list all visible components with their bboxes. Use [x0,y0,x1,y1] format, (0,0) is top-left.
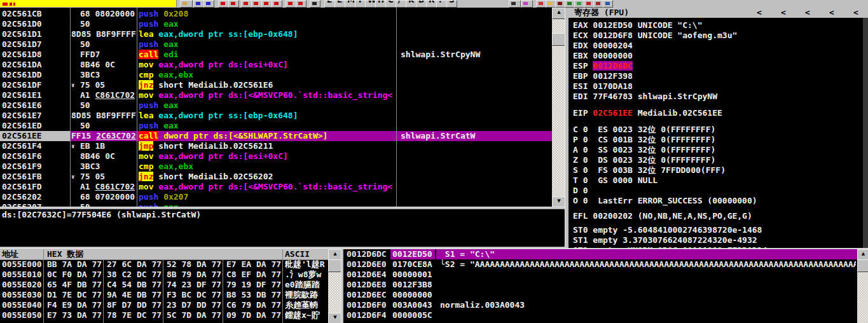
dump-row[interactable]: 0055E030D1 7E DC 779A 4E DB 77F3 BC DC 7… [0,290,328,300]
register-line[interactable]: Z 0 DS 0023 32位 0(FFFFFFFF) [573,155,715,165]
toolbar-letter-button[interactable]: S [446,0,457,8]
toolbar-icon-button[interactable] [565,0,575,8]
toolbar-icon-button[interactable] [286,0,296,8]
toolbar-icon-button[interactable] [261,0,272,8]
disasm-row[interactable]: 02C561DF∨75 05jnz short MediaLib.02C561E… [0,80,552,90]
stack-row[interactable]: 0012D6E00170CE8A└S2 = "AAAAAAAAAAAAAAAAA… [343,259,857,270]
toolbar-icon-button[interactable] [193,0,204,8]
register-line[interactable]: O 0 LastErr ERROR_SUCCESS (00000000) [573,196,757,206]
stack-row[interactable]: 0012D6DC0012ED50 S1 = "C:\" [343,249,857,259]
toolbar-icon-button[interactable] [241,0,252,8]
disasm-row[interactable]: 02C561ED50push eax [0,121,552,131]
register-line[interactable]: EBX 00000000 [573,51,633,61]
disasm-row[interactable]: 02C561FB∨75 05jnz short MediaLib.02C5620… [0,172,552,182]
column-separator[interactable] [396,8,397,207]
toolbar-letter-button[interactable]: H [375,0,386,8]
toolbar-letter-button[interactable]: W [365,0,376,8]
registers-collapse-chevron[interactable]: < [781,8,786,18]
toolbar-icon-button[interactable] [251,0,262,8]
disasm-row[interactable]: 02C5620750push eax [0,202,552,207]
register-line[interactable]: ECX 0012D6F8 UNICODE "aofeng.m3u" [573,31,737,41]
dump-row[interactable]: 0055E0100C F0 DA 7738 C2 DC 778B 79 DA 7… [0,270,328,280]
scrollbar-thumb[interactable] [552,33,565,46]
disasm-row[interactable]: 02C561E650push eax [0,100,552,111]
toolbar-icon-button[interactable] [521,0,533,8]
dump-row[interactable]: 0055E040F4 E9 DA 778F D7 DD 7723 D7 DD 7… [0,300,328,310]
register-line[interactable]: ST1 empty 3.3703076624087224320e-4932 [573,235,757,245]
register-line[interactable]: S 0 FS 003B 32位 7FFDD000(FFF) [573,165,726,175]
disasm-row[interactable]: 02C561F4∨EB 1Bjmp short MediaLib.02C5621… [0,141,552,151]
toolbar-letter-button[interactable]: T [355,0,366,8]
scrollbar-thumb[interactable] [328,259,342,272]
toolbar-icon-button[interactable] [272,0,282,8]
stack-row[interactable]: 0012D6EC00000000 [343,290,857,300]
disasm-row[interactable]: 02C561CB68 08020000push 0x208 [0,9,552,19]
stack-row[interactable]: 0012D6F0003A0043normaliz.003A0043 [343,300,857,310]
toolbar-icon-button[interactable] [593,0,603,8]
toolbar-letter-button[interactable]: E [334,0,345,8]
toolbar-icon-button[interactable] [555,0,565,8]
toolbar-letter-button[interactable]: K [406,0,417,8]
register-line[interactable]: EDX 00000204 [573,41,633,51]
toolbar-icon-button[interactable] [546,0,556,8]
registers-collapse-chevron[interactable]: < [829,8,834,18]
scroll-up-button[interactable]: ▲ [552,8,565,19]
registers-scroll-strip[interactable] [863,18,868,248]
dump-row[interactable]: 0055E050E7 73 DA 7778 7E DC 775C 7D DA 7… [0,310,328,320]
register-line[interactable]: EIP 02C561EE MediaLib.02C561EE [573,108,722,118]
disasm-row[interactable]: 02C561FDA1 C861C702mov eax,dword ptr ds:… [0,182,552,192]
disasm-row[interactable]: 02C561F93BC3cmp eax,ebx [0,162,552,172]
dump-row[interactable]: 0055E02065 4F DB 77C4 54 DB 7774 23 DF 7… [0,280,328,290]
toolbar-letter-button[interactable]: B [416,0,427,8]
register-line[interactable]: C 0 ES 0023 32位 0(FFFFFFFF) [573,125,715,135]
disasm-row[interactable]: 02C561F68B46 0Cmov eax,dword ptr ds:[esi… [0,151,552,162]
toolbar-icon-button[interactable] [180,0,193,8]
registers-collapse-chevron[interactable]: < [805,8,810,18]
disasm-row[interactable]: 02C561D050push eax [0,19,552,29]
disasm-row[interactable]: 02C561EEFF15 2C63C702call dword ptr ds:[… [0,131,552,141]
toolbar-icon-button[interactable] [536,0,546,8]
register-line[interactable]: EFL 00200202 (NO,NB,NE,A,NS,PO,GE,G) [573,211,752,221]
stack-row[interactable]: 0012D6E400000001 [343,270,857,280]
disasm-row[interactable]: 02C5620268 07020000push 0x207 [0,192,552,202]
scroll-down-button[interactable]: ▼ [328,313,342,323]
scrollbar-thumb[interactable] [857,259,868,272]
register-line[interactable]: D 0 [573,186,588,196]
scroll-down-button[interactable]: ▼ [552,196,565,207]
disasm-row[interactable]: 02C561DD3BC3cmp eax,ebx [0,70,552,80]
registers-collapse-chevron[interactable]: < [757,8,762,18]
registers-header[interactable]: 寄存器 (FPU) <<<<< [568,8,868,18]
registers-collapse-chevron[interactable]: < [853,8,858,18]
disasm-row[interactable]: 02C561D18D85 B8F9FFFFlea eax,dword ptr s… [0,29,552,39]
toolbar-letter-button[interactable]: L [324,0,335,8]
toolbar-icon-button[interactable] [584,0,594,8]
toolbar-letter-button[interactable]: / [396,0,406,8]
column-separator[interactable] [137,8,137,207]
toolbar-letter-button[interactable]: . [436,0,447,8]
disasm-row[interactable]: 02C561D750push eax [0,39,552,50]
toolbar-letter-button[interactable]: M [345,0,355,8]
toolbar-icon-button[interactable] [203,0,214,8]
column-separator[interactable] [70,8,71,207]
toolbar-icon-button[interactable] [228,0,239,8]
register-line[interactable]: ST0 empty -5.6048410002746398720e-1468 [573,225,762,235]
disasm-row[interactable]: 02C561E1A1 C861C702mov eax,dword ptr ds:… [0,90,552,100]
register-line[interactable]: T 0 GS 0000 NULL [573,175,658,186]
toolbar-icon-button[interactable] [574,0,584,8]
dump-row[interactable]: 0055E000BB 7A DA 7727 6C DA 7752 78 DA 7… [0,259,328,270]
stack-row[interactable]: 0012D6E80012F3B8 [343,280,857,290]
stack-row[interactable]: 0012D6F40000005C [343,310,857,320]
register-line[interactable]: A 0 SS 0023 32位 0(FFFFFFFF) [573,145,715,155]
register-line[interactable]: ESI 0170DA18 [573,81,633,92]
disasm-row[interactable]: 02C561D8FFD7call edishlwapi.StrCpyNW [0,50,552,60]
register-line[interactable]: EAX 0012ED50 UNICODE "C:\" [573,20,703,31]
toolbar-icon-button[interactable] [310,0,320,8]
toolbar-letter-button[interactable]: R [426,0,437,8]
register-line[interactable]: EBP 0012F398 [573,71,633,81]
disasm-row[interactable]: 02C561E78D85 B8F9FFFFlea eax,dword ptr s… [0,111,552,121]
toolbar-icon-button[interactable] [603,0,613,8]
toolbar-icon-button[interactable] [218,0,229,8]
register-line[interactable]: ESP 0012D6DC [573,61,633,71]
toolbar-icon-button[interactable] [509,0,521,8]
register-line[interactable]: EDI 77F46783 shlwapi.StrCpyNW [573,92,717,102]
